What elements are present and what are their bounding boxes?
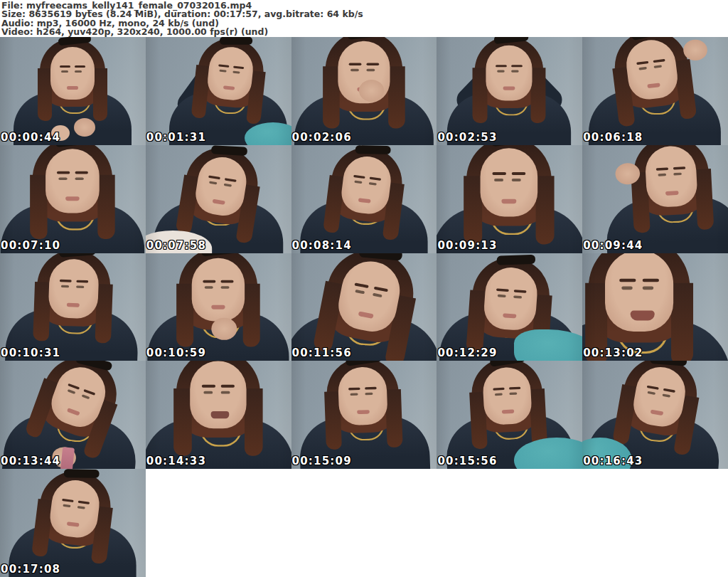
- eyebrows-shape: [348, 63, 361, 66]
- timestamp-overlay: 00:12:29: [437, 346, 497, 359]
- eyebrows-shape: [647, 386, 659, 390]
- eyebrows-shape: [62, 499, 73, 502]
- eyebrows-shape: [496, 288, 509, 292]
- webcam-figure: [146, 361, 291, 469]
- face-shape: [644, 145, 698, 208]
- timestamp-overlay: 00:15:09: [292, 455, 352, 467]
- eyes-shape: [205, 286, 213, 289]
- mouth-shape: [631, 310, 655, 320]
- eyebrows-shape: [493, 172, 507, 175]
- timestamp-overlay: 00:00:44: [1, 131, 60, 144]
- head-group: [325, 37, 402, 115]
- timestamp-overlay: 00:01:31: [146, 131, 206, 144]
- eyebrows-shape: [619, 278, 636, 282]
- mouth-shape: [358, 198, 370, 203]
- eyes-shape: [355, 290, 365, 294]
- mouth-shape: [357, 410, 370, 414]
- video-thumbnail: 00:07:58: [146, 145, 291, 253]
- chair-shape: [514, 329, 582, 361]
- eyebrows-shape: [60, 279, 72, 282]
- sunglasses-shape: [497, 254, 536, 265]
- eyebrows-shape: [348, 388, 360, 391]
- eyes-shape: [350, 393, 358, 396]
- head-group: [611, 37, 693, 115]
- eyebrows-shape: [353, 175, 365, 179]
- eyes-shape: [494, 179, 503, 181]
- video-thumbnail: 00:15:56: [437, 361, 582, 469]
- video-thumbnail: 00:15:09: [291, 361, 437, 469]
- timestamp-overlay: 00:02:06: [292, 131, 352, 144]
- video-thumbnail: 00:09:44: [582, 145, 728, 253]
- sunglasses-shape: [64, 469, 100, 478]
- eyebrows-shape: [496, 65, 507, 67]
- head-group: [475, 37, 544, 111]
- eyebrows-shape: [60, 65, 70, 68]
- video-thumbnail: 00:07:10: [0, 145, 146, 253]
- timestamp-overlay: 00:11:56: [292, 346, 352, 359]
- eyebrows-shape: [208, 175, 220, 179]
- eyebrows-shape: [202, 385, 215, 388]
- eyebrows-shape: [218, 64, 229, 68]
- sunglasses-shape: [220, 37, 252, 45]
- head-group: [589, 253, 690, 347]
- eyes-shape: [63, 504, 70, 508]
- timestamp-overlay: 00:06:18: [583, 131, 643, 144]
- webcam-figure: [291, 361, 437, 469]
- mouth-shape: [651, 410, 664, 416]
- webcam-figure: [0, 253, 146, 361]
- eyes-shape: [61, 70, 68, 73]
- eyes-shape: [658, 174, 667, 176]
- video-thumbnail: 00:08:14: [291, 145, 437, 253]
- webcam-figure: [437, 145, 582, 253]
- head-group: [176, 361, 260, 441]
- eyes-shape: [68, 389, 76, 394]
- hand-shape: [358, 80, 383, 102]
- webcam-figure: [146, 145, 291, 253]
- head-group: [35, 469, 114, 552]
- video-thumbnail: 00:16:43: [582, 361, 728, 469]
- thumbnail-grid: 00:00:44 00:01:31: [0, 37, 728, 577]
- eyebrows-shape: [57, 171, 70, 174]
- eyes-shape: [209, 181, 217, 184]
- mouth-shape: [67, 302, 80, 307]
- face-shape: [50, 47, 95, 100]
- mouth-shape: [210, 411, 229, 418]
- eyebrows-shape: [354, 282, 368, 288]
- mouth-shape: [503, 87, 515, 90]
- head-group: [33, 145, 112, 225]
- eyes-shape: [354, 180, 362, 184]
- webcam-figure: [0, 361, 146, 469]
- eyes-shape: [639, 67, 648, 70]
- timestamp-overlay: 00:17:08: [1, 563, 60, 576]
- eyes-shape: [495, 393, 503, 396]
- mouth-shape: [67, 86, 78, 90]
- mouth-shape: [67, 408, 80, 416]
- head-group: [179, 145, 262, 231]
- webcam-figure: [0, 37, 146, 145]
- pink-object-shape: [60, 447, 75, 469]
- video-thumbnail: 00:11:56: [291, 253, 437, 361]
- webcam-figure: [0, 145, 146, 253]
- mouth-shape: [211, 305, 225, 309]
- webcam-figure: [291, 37, 437, 145]
- timestamp-overlay: 00:13:44: [1, 455, 60, 467]
- mouth-shape: [502, 198, 517, 203]
- head-group: [36, 253, 112, 331]
- video-thumbnail: 00:02:53: [437, 37, 582, 145]
- mouth-shape: [67, 522, 80, 526]
- eyebrows-shape: [493, 388, 505, 391]
- eyes-shape: [498, 70, 505, 73]
- timestamp-overlay: 00:09:44: [583, 239, 643, 252]
- head-group: [325, 361, 400, 437]
- timestamp-overlay: 00:14:33: [146, 455, 206, 467]
- head-group: [318, 253, 420, 351]
- mouth-shape: [65, 196, 80, 201]
- file-info-line-video: Video: h264, yuv420p, 320x240, 1000.00 f…: [1, 28, 728, 36]
- face-shape: [605, 253, 673, 332]
- video-thumbnail: 00:10:31: [0, 253, 146, 361]
- webcam-figure: [291, 253, 437, 361]
- video-thumbnail: 00:01:31: [146, 37, 291, 145]
- mouth-shape: [212, 199, 225, 205]
- sunglasses-shape: [211, 145, 247, 156]
- timestamp-overlay: 00:10:31: [1, 346, 60, 359]
